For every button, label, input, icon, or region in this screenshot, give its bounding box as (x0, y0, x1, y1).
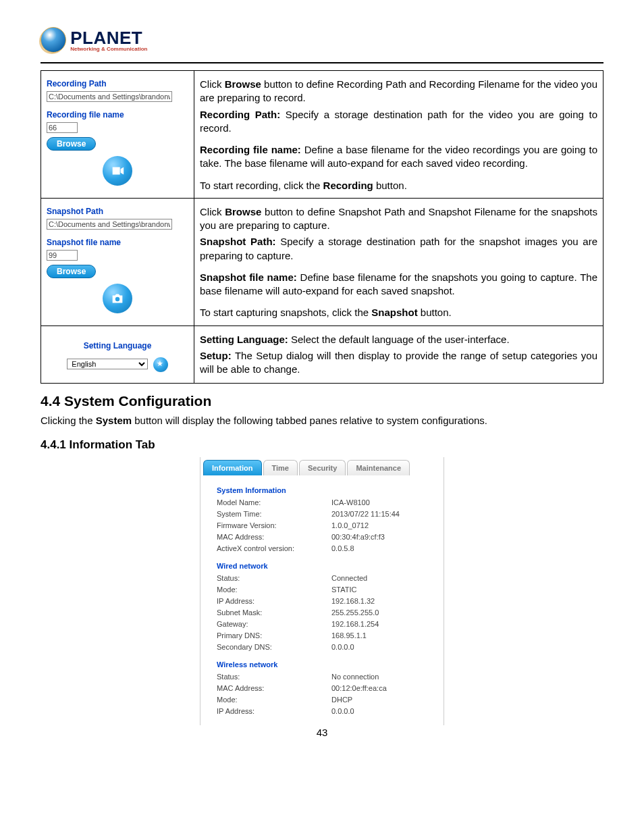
section-text: Clicking the System button will display … (41, 413, 603, 427)
tab-security[interactable]: Security (299, 460, 346, 475)
snapshot-path-label: Snapshot Path (47, 207, 188, 216)
recording-browse-button[interactable]: Browse (47, 137, 96, 151)
wireless-network-heading: Wireless network (217, 660, 427, 669)
tab-time[interactable]: Time (263, 460, 298, 475)
snapshot-file-label: Snapshot file name (47, 238, 188, 247)
language-select[interactable]: English (67, 359, 148, 369)
recording-path-input[interactable] (47, 91, 172, 102)
information-panel: Information Time Security Maintenance Sy… (200, 457, 444, 725)
tab-information[interactable]: Information (203, 460, 262, 475)
header-rule (41, 62, 603, 63)
subsection-heading: 4.4.1 Information Tab (41, 438, 603, 452)
tab-maintenance[interactable]: Maintenance (347, 460, 410, 475)
snapshot-file-input[interactable] (47, 250, 78, 261)
system-information-heading: System Information (217, 486, 427, 494)
snapshot-path-input[interactable] (47, 219, 172, 230)
feature-table: Recording Path Recording file name Brows… (41, 70, 603, 384)
recording-file-label: Recording file name (47, 110, 188, 120)
recording-file-input[interactable] (47, 122, 78, 133)
page-number: 43 (41, 727, 603, 738)
section-heading: 4.4 System Configuration (41, 393, 603, 409)
page-header: PLANET Networking & Communication (41, 27, 603, 53)
setting-language-label: Setting Language (47, 341, 188, 350)
globe-icon (41, 27, 66, 53)
snapshot-browse-button[interactable]: Browse (47, 265, 96, 278)
snapshot-icon[interactable] (103, 284, 132, 313)
language-apply-button[interactable] (153, 357, 168, 372)
svg-point-0 (115, 296, 119, 301)
recording-path-label: Recording Path (47, 79, 188, 88)
brand-subtitle: Networking & Communication (70, 46, 147, 52)
record-icon[interactable] (103, 156, 132, 186)
wired-network-heading: Wired network (217, 562, 427, 570)
